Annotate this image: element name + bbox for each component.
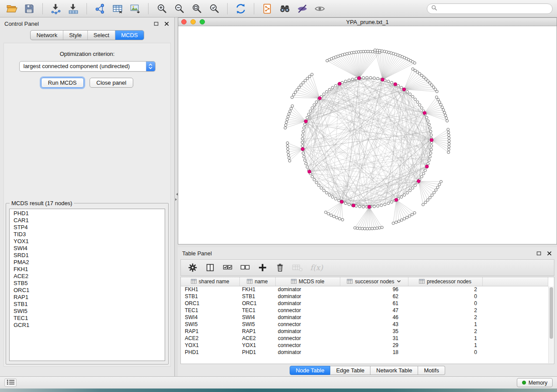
mcds-result-item[interactable]: FKH1 bbox=[14, 266, 165, 273]
import-network-icon[interactable] bbox=[48, 2, 63, 16]
column-header-shared-name[interactable]: shared name bbox=[181, 277, 239, 286]
control-panel-title: Control Panel bbox=[4, 21, 39, 27]
mcds-result-item[interactable]: CAR1 bbox=[14, 217, 165, 224]
apply-layout-icon[interactable] bbox=[233, 2, 248, 16]
delete-row-icon[interactable] bbox=[273, 261, 287, 275]
panel-splitter[interactable] bbox=[175, 17, 178, 376]
table-row[interactable]: FKH1FKH1dominator962 bbox=[181, 286, 548, 293]
window-minimize-button[interactable] bbox=[190, 19, 196, 24]
network-view[interactable] bbox=[178, 26, 557, 244]
dropdown-stepper-icon bbox=[146, 62, 155, 71]
table-row[interactable]: RAP1RAP1dominator352 bbox=[181, 328, 548, 335]
export-image-icon[interactable] bbox=[128, 2, 142, 16]
memory-label: Memory bbox=[529, 380, 547, 386]
select-all-icon[interactable] bbox=[221, 261, 234, 275]
tab-motifs[interactable]: Motifs bbox=[418, 366, 445, 375]
scrollbar-thumb[interactable] bbox=[550, 287, 553, 339]
mcds-result-item[interactable]: STB1 bbox=[14, 301, 165, 308]
show-details-icon[interactable] bbox=[312, 2, 327, 16]
mcds-result-item[interactable]: ACE2 bbox=[14, 273, 165, 280]
application-window: Control Panel NetworkStyleSelectMCDS Opt… bbox=[0, 0, 557, 389]
float-control-panel-icon[interactable] bbox=[153, 21, 159, 27]
search-box bbox=[427, 3, 553, 14]
mcds-result-item[interactable]: PMA2 bbox=[14, 259, 165, 266]
table-row[interactable]: SWI5SWI5connector431 bbox=[181, 321, 548, 328]
save-session-icon[interactable] bbox=[22, 2, 37, 16]
tab-mcds[interactable]: MCDS bbox=[115, 31, 143, 40]
window-close-button[interactable] bbox=[181, 19, 187, 24]
tab-select[interactable]: Select bbox=[87, 31, 115, 40]
zoom-selected-icon[interactable] bbox=[207, 2, 221, 16]
table-scrollbar[interactable] bbox=[548, 286, 554, 363]
search-input[interactable] bbox=[440, 5, 548, 12]
node-table-body: FKH1FKH1dominator962STB1STB1dominator620… bbox=[181, 286, 548, 356]
add-row-icon[interactable] bbox=[256, 261, 269, 275]
list-icon bbox=[7, 379, 14, 386]
hide-details-icon[interactable] bbox=[295, 2, 310, 16]
network-window-titlebar: YPA_prune.txt_1 bbox=[178, 18, 557, 26]
tab-edge-table[interactable]: Edge Table bbox=[330, 366, 370, 375]
zoom-out-icon[interactable] bbox=[172, 2, 187, 16]
export-network-icon[interactable] bbox=[260, 2, 275, 16]
column-header-successor-nodes[interactable]: successor nodes bbox=[340, 277, 408, 286]
import-table-icon[interactable] bbox=[66, 2, 81, 16]
mcds-result-item[interactable]: SRD1 bbox=[14, 252, 165, 259]
run-mcds-button[interactable]: Run MCDS bbox=[41, 78, 84, 88]
memory-status-icon bbox=[522, 381, 526, 385]
tab-network-table[interactable]: Network Table bbox=[370, 366, 418, 375]
mcds-result-item[interactable]: SWI4 bbox=[14, 245, 165, 252]
control-panel-tabs: NetworkStyleSelectMCDS bbox=[30, 30, 144, 40]
mcds-result-item[interactable]: TEC1 bbox=[14, 315, 165, 322]
mcds-result-item[interactable]: YOX1 bbox=[14, 238, 165, 245]
zoom-in-icon[interactable] bbox=[154, 2, 169, 16]
tab-style[interactable]: Style bbox=[63, 31, 87, 40]
zoom-fit-icon[interactable] bbox=[189, 2, 204, 16]
window-zoom-button[interactable] bbox=[200, 19, 205, 24]
close-control-panel-icon[interactable] bbox=[163, 21, 170, 27]
mcds-result-item[interactable]: ORC1 bbox=[14, 287, 165, 294]
mcds-result-item[interactable]: STP4 bbox=[14, 224, 165, 231]
close-table-panel-icon[interactable] bbox=[546, 250, 553, 257]
memory-button[interactable]: Memory bbox=[517, 378, 553, 387]
table-row[interactable]: TEC1TEC1connector472 bbox=[181, 307, 548, 314]
column-grid-icon bbox=[291, 279, 297, 284]
column-header-predecessor-nodes[interactable]: predecessor nodes bbox=[408, 277, 482, 286]
network-window-title: YPA_prune.txt_1 bbox=[346, 19, 388, 25]
mcds-result-item[interactable]: GCR1 bbox=[14, 322, 165, 329]
main-area: Control Panel NetworkStyleSelectMCDS Opt… bbox=[0, 17, 557, 376]
new-table-icon[interactable] bbox=[110, 2, 125, 16]
mcds-result-group: MCDS result (17 nodes) PHD1CAR1STP4TID3Y… bbox=[6, 203, 169, 364]
main-toolbar bbox=[0, 0, 557, 17]
table-row[interactable]: PHD1PHD1dominator180 bbox=[181, 349, 548, 356]
deselect-all-icon[interactable] bbox=[239, 261, 252, 275]
table-row[interactable]: ORC1ORC1dominator610 bbox=[181, 300, 548, 307]
mcds-result-list[interactable]: PHD1CAR1STP4TID3YOX1SWI4SRD1PMA2FKH1ACE2… bbox=[9, 209, 165, 361]
open-session-icon[interactable] bbox=[4, 2, 19, 16]
table-row[interactable]: SWI4SWI4dominator462 bbox=[181, 314, 548, 321]
tab-network[interactable]: Network bbox=[31, 31, 63, 40]
table-panel-title: Table Panel bbox=[182, 250, 212, 257]
tab-node-table[interactable]: Node Table bbox=[290, 366, 331, 375]
table-panel-header: Table Panel bbox=[178, 247, 557, 259]
mcds-result-item[interactable]: SWI5 bbox=[14, 308, 165, 315]
table-row[interactable]: STB1STB1dominator620 bbox=[181, 293, 548, 300]
table-row[interactable]: YOX1YOX1connector291 bbox=[181, 342, 548, 349]
table-header: shared namenameMCDS rolesuccessor nodesp… bbox=[181, 277, 548, 286]
table-row[interactable]: ACE2ACE2connector311 bbox=[181, 335, 548, 342]
task-history-button[interactable] bbox=[4, 378, 17, 387]
find-icon[interactable] bbox=[277, 2, 292, 16]
columns-icon[interactable] bbox=[204, 261, 217, 275]
gear-icon[interactable] bbox=[186, 261, 199, 275]
column-grid-icon bbox=[347, 279, 353, 284]
mcds-result-item[interactable]: TID3 bbox=[14, 231, 165, 238]
column-header-MCDS-role[interactable]: MCDS role bbox=[275, 277, 340, 286]
mcds-result-item[interactable]: RAP1 bbox=[14, 294, 165, 301]
close-panel-button[interactable]: Close panel bbox=[90, 78, 134, 88]
mcds-result-item[interactable]: PHD1 bbox=[14, 210, 165, 217]
network-window: YPA_prune.txt_1 bbox=[178, 17, 557, 244]
mcds-result-item[interactable]: STB5 bbox=[14, 280, 165, 287]
float-table-panel-icon[interactable] bbox=[536, 250, 542, 257]
new-network-icon[interactable] bbox=[93, 2, 107, 16]
column-header-name[interactable]: name bbox=[239, 277, 275, 286]
criterion-dropdown[interactable]: largest connected component (undirected) bbox=[19, 61, 156, 72]
